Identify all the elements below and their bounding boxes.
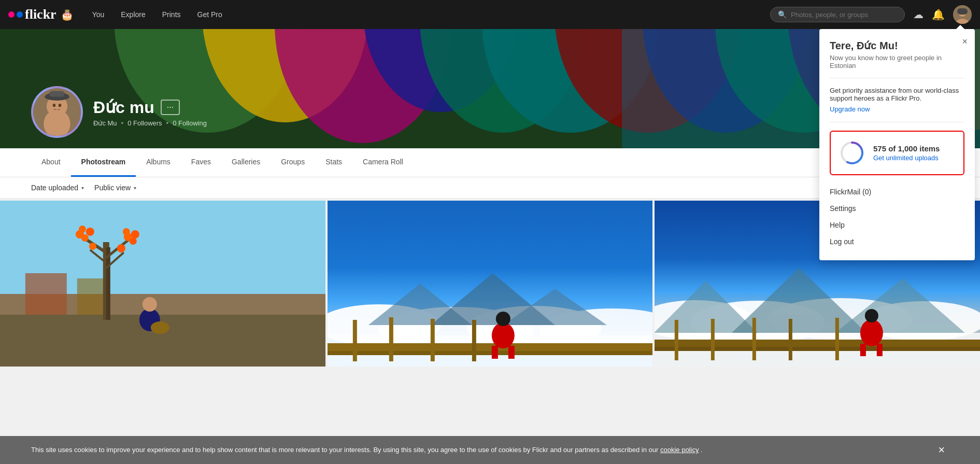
navbar-logo[interactable]: flickr 🎂 (8, 7, 74, 22)
svg-point-48 (143, 297, 157, 312)
upload-icon[interactable]: ☁ (913, 8, 924, 21)
svg-point-65 (491, 322, 514, 348)
svg-point-21 (59, 104, 62, 107)
svg-point-44 (131, 230, 139, 238)
svg-point-22 (44, 109, 70, 138)
search-bar[interactable]: 🔍 (770, 7, 905, 22)
flickr-dots (8, 11, 23, 18)
flickr-logo-text: flickr (25, 7, 56, 22)
svg-rect-60 (328, 351, 653, 355)
bell-icon[interactable]: 🔔 (932, 8, 945, 21)
date-filter-arrow: ▾ (81, 185, 84, 191)
meta-separator-2: • (166, 119, 169, 127)
svg-rect-3 (957, 8, 968, 15)
svg-rect-84 (835, 318, 839, 360)
storage-count: 575 of 1,000 items (873, 144, 940, 153)
meta-separator: • (121, 119, 124, 127)
tab-albums[interactable]: Albums (136, 148, 181, 177)
photo-item[interactable] (0, 201, 325, 367)
svg-rect-80 (675, 320, 678, 360)
dot-pink (8, 11, 15, 18)
svg-rect-29 (25, 273, 67, 315)
tab-groups[interactable]: Groups (271, 148, 315, 177)
tab-photostream[interactable]: Photostream (71, 148, 136, 177)
search-input[interactable] (791, 11, 897, 19)
view-filter[interactable]: Public view ▾ (94, 184, 136, 192)
svg-point-43 (123, 228, 130, 235)
menu-flickrmail[interactable]: FlickrMail (0) (830, 184, 964, 200)
nav-get-pro[interactable]: Get Pro (191, 6, 229, 23)
svg-point-40 (79, 226, 86, 233)
followers-count[interactable]: 0 Followers (127, 119, 162, 127)
svg-rect-61 (352, 320, 357, 361)
navbar-right: 🔍 ☁ 🔔 (770, 5, 972, 24)
svg-point-42 (130, 237, 137, 245)
view-filter-arrow: ▾ (134, 185, 136, 191)
profile-meta: Đức Mu • 0 Followers • 0 Following (93, 119, 207, 127)
svg-point-45 (89, 243, 96, 250)
tab-faves[interactable]: Faves (181, 148, 221, 177)
nav-links: You Explore Prints Get Pro (86, 6, 770, 23)
svg-point-46 (117, 244, 125, 252)
svg-rect-64 (472, 320, 476, 361)
cake-icon: 🎂 (61, 8, 74, 21)
username: Đức Mu (93, 119, 117, 127)
svg-point-39 (86, 228, 94, 236)
menu-settings[interactable]: Settings (830, 200, 964, 217)
storage-link[interactable]: Get unlimited uploads (873, 154, 939, 162)
svg-point-38 (81, 234, 89, 242)
svg-rect-67 (491, 346, 498, 359)
avatar[interactable] (953, 5, 972, 24)
tab-about[interactable]: About (31, 148, 71, 177)
storage-circle (839, 140, 865, 166)
dropdown-popup: × Tere, Đức Mu! Now you know how to gree… (819, 29, 975, 260)
popup-pro-text: Get priority assistance from our world-c… (830, 87, 964, 102)
svg-rect-59 (328, 343, 653, 351)
tab-stats[interactable]: Stats (315, 148, 352, 177)
navbar: flickr 🎂 You Explore Prints Get Pro 🔍 ☁ … (0, 0, 980, 29)
tab-camera-roll[interactable]: Camera Roll (352, 148, 414, 177)
menu-help[interactable]: Help (830, 217, 964, 233)
storage-info: 575 of 1,000 items Get unlimited uploads (873, 144, 940, 162)
svg-rect-25 (49, 91, 64, 97)
more-button[interactable]: ··· (161, 100, 180, 115)
svg-rect-68 (508, 346, 514, 359)
svg-point-49 (151, 321, 169, 334)
popup-divider-2 (830, 122, 964, 122)
svg-rect-82 (752, 318, 756, 360)
svg-point-20 (53, 104, 56, 107)
search-icon: 🔍 (778, 10, 787, 19)
date-filter-label: Date uploaded (31, 184, 78, 192)
nav-explore[interactable]: Explore (115, 6, 151, 23)
following-count[interactable]: 0 Following (173, 119, 207, 127)
svg-rect-79 (655, 347, 980, 351)
profile-name-section: Đức mu ··· Đức Mu • 0 Followers • 0 Foll… (93, 97, 207, 127)
popup-divider-1 (830, 78, 964, 78)
svg-point-86 (865, 309, 878, 322)
profile-name: Đức mu ··· (93, 97, 207, 117)
profile-avatar (31, 86, 83, 138)
svg-point-85 (860, 319, 883, 346)
svg-point-66 (495, 312, 510, 326)
nav-you[interactable]: You (86, 6, 111, 23)
svg-rect-62 (389, 317, 393, 361)
menu-logout[interactable]: Log out (830, 233, 964, 250)
upgrade-link[interactable]: Upgrade now (830, 105, 870, 113)
dot-blue (17, 11, 23, 18)
svg-rect-83 (789, 319, 792, 360)
svg-rect-81 (711, 319, 715, 360)
svg-rect-78 (655, 340, 980, 347)
popup-greeting: Tere, Đức Mu! (830, 39, 964, 52)
popup-close-button[interactable]: × (962, 36, 968, 47)
profile-name-text: Đức mu (93, 97, 154, 117)
popup-storage-box: 575 of 1,000 items Get unlimited uploads (830, 131, 964, 175)
profile-info: Đức mu ··· Đức Mu • 0 Followers • 0 Foll… (31, 86, 207, 138)
view-filter-label: Public view (94, 184, 131, 192)
popup-subtitle: Now you know how to greet people in Esto… (830, 54, 964, 69)
nav-prints[interactable]: Prints (156, 6, 187, 23)
date-filter[interactable]: Date uploaded ▾ (31, 184, 84, 192)
svg-rect-88 (877, 344, 883, 356)
tab-galleries[interactable]: Galleries (221, 148, 271, 177)
svg-rect-87 (860, 344, 866, 356)
photo-item[interactable] (328, 201, 653, 367)
